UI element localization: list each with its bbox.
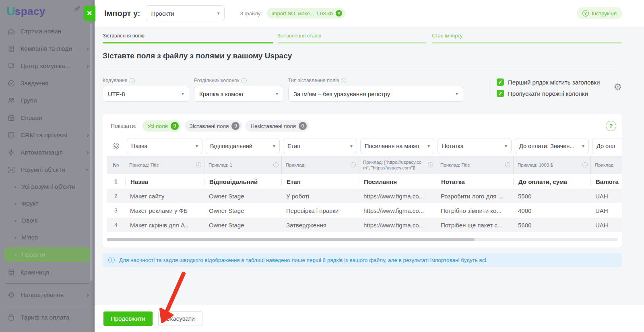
close-button[interactable]: ✕ — [83, 6, 95, 21]
mapping-table: Назва▾ Відповідальний▾ Етап▾ Посилання н… — [103, 136, 622, 232]
chat-icon — [7, 62, 15, 70]
auto-match-icon[interactable] — [107, 142, 125, 151]
encoding-group: Кодуванняi UTF-8 ▾ — [103, 78, 189, 102]
sidebar: Uspacy Стрічка новин Компанія та люди › … — [0, 0, 95, 332]
checkbox-checked-icon: ✓ — [497, 78, 504, 86]
step-progress-bar — [432, 42, 622, 43]
field-select-payment-value[interactable]: До оплати: Значен...▾ — [515, 138, 589, 154]
first-row-headers-checkbox[interactable]: ✓ Перший рядок містить заголовки — [497, 78, 600, 86]
sidebar-item-company[interactable]: Компанія та люди › — [0, 40, 95, 57]
sidebar-item-groups[interactable]: Групи — [0, 92, 95, 109]
chevron-down-icon: ▾ — [276, 91, 278, 97]
step-field-mapping[interactable]: Зіставлення полів — [103, 33, 273, 43]
info-icon[interactable]: i — [196, 162, 201, 167]
field-select-note[interactable]: Нотатка▾ — [438, 138, 512, 154]
home-icon — [7, 27, 15, 35]
sidebar-subitem-projects-active[interactable]: • Проєкти — [4, 247, 91, 262]
file-label: З файлу: — [240, 10, 262, 16]
sidebar-subitem-vegetables[interactable]: • Овочі — [0, 212, 95, 229]
chevron-right-icon: › — [87, 149, 89, 156]
remove-file-icon[interactable]: ✕ — [336, 10, 342, 16]
sidebar-item-crm[interactable]: CRM та продажі › — [0, 126, 95, 144]
chevron-right-icon: › — [87, 45, 89, 52]
field-select-stage[interactable]: Етап▾ — [283, 138, 357, 154]
cancel-button[interactable]: Скасувати — [158, 311, 202, 326]
pin-icon[interactable] — [74, 5, 81, 14]
logo-text: spacy — [15, 5, 45, 18]
chevron-down-icon: ▾ — [196, 143, 198, 149]
sidebar-subitem-meat[interactable]: • М'ясо — [0, 229, 95, 246]
table-row: 4 Макет скрінів для A... Owner Stage Зат… — [107, 218, 622, 232]
wallet-icon — [7, 313, 15, 322]
table-settings-gear-icon[interactable]: ⚙ — [613, 82, 622, 92]
sidebar-item-tasks[interactable]: Завдання — [0, 74, 95, 92]
match-type-select[interactable]: За ім'ям – без урахування регістру ▾ — [288, 86, 463, 102]
bullet-icon: • — [14, 217, 17, 224]
sidebar-item-automation[interactable]: Автоматизація › — [0, 144, 95, 161]
chevron-down-icon: ▾ — [217, 10, 219, 16]
step-import-status[interactable]: Стан імпорту — [432, 33, 622, 43]
sidebar-item-smart-objects[interactable]: Розумні об'єкти › — [0, 161, 95, 178]
import-options: ✓ Перший рядок містить заголовки ✓ Пропу… — [489, 78, 600, 97]
horizontal-scrollbar[interactable] — [107, 238, 618, 241]
info-icon: i — [242, 78, 247, 83]
info-icon[interactable]: i — [428, 162, 433, 167]
company-icon — [7, 45, 15, 53]
chevron-down-icon: ▾ — [182, 91, 184, 97]
divider — [6, 306, 89, 306]
chevron-right-icon: › — [87, 132, 89, 138]
gear-icon: ⚙ — [7, 291, 15, 299]
field-select-responsible[interactable]: Відповідальний▾ — [206, 138, 280, 154]
divider — [6, 283, 89, 284]
file-chip: import SO. маке... 1.03 kb ✕ — [267, 8, 345, 19]
sidebar-item-communication[interactable]: Центр комуніка... › — [0, 57, 95, 74]
sidebar-subitem-fruit[interactable]: • Фрукт — [0, 195, 95, 212]
sidebar-item-cases[interactable]: Справи — [0, 109, 95, 126]
continue-button[interactable]: Продовжити — [103, 311, 153, 326]
sidebar-scrollbar[interactable] — [90, 23, 93, 281]
help-icon[interactable]: ? — [606, 121, 616, 131]
modal-body: Зіставлення полів Зіставлення етапів Ста… — [95, 27, 644, 267]
section-heading: Зіставте поля з файлу з полями у вашому … — [103, 52, 622, 68]
field-select-link[interactable]: Посилання на макет▾ — [360, 138, 434, 154]
filter-all-fields[interactable]: Усі поля 9 — [142, 120, 181, 132]
filter-mapped-fields[interactable]: Зіставлені поля 9 — [185, 120, 242, 132]
field-select-row: Назва▾ Відповідальний▾ Етап▾ Посилання н… — [107, 136, 622, 156]
chevron-down-icon: ▾ — [427, 143, 430, 149]
import-settings: Кодуванняi UTF-8 ▾ Роздільник колонокi К… — [103, 78, 622, 102]
sidebar-subitem-all-smart-objects[interactable]: • Усі розумні об'єкти — [0, 178, 95, 195]
info-icon[interactable]: i — [505, 162, 510, 167]
field-select-payment-currency[interactable]: До опл▾ — [592, 138, 622, 154]
match-type-group: Тип зіставлення полівi За ім'ям – без ур… — [288, 78, 463, 102]
instruction-button[interactable]: ? Інструкція — [577, 7, 622, 19]
delimiter-select[interactable]: Крапка з комою ▾ — [194, 86, 283, 102]
skip-empty-columns-checkbox[interactable]: ✓ Пропускати порожні колонки — [497, 90, 600, 97]
bullet-icon: • — [14, 252, 17, 258]
filter-unmapped-fields[interactable]: Незіставлені поля 0 — [246, 120, 309, 132]
scrollbar-thumb[interactable] — [107, 238, 475, 241]
info-icon[interactable]: i — [273, 162, 279, 167]
sidebar-item-shop[interactable]: Крамниця — [0, 264, 95, 281]
sidebar-item-settings[interactable]: ⚙ Налаштування › — [0, 286, 95, 303]
info-icon[interactable]: i — [582, 162, 588, 167]
close-icon: ✕ — [87, 9, 92, 18]
field-select-name[interactable]: Назва▾ — [127, 138, 202, 154]
lightning-icon — [7, 148, 15, 157]
step-progress-bar — [277, 42, 427, 43]
database-icon — [7, 131, 15, 139]
sidebar-item-newsfeed[interactable]: Стрічка новин — [0, 23, 95, 40]
modal-footer: Продовжити Скасувати — [95, 305, 644, 332]
encoding-select[interactable]: UTF-8 ▾ — [103, 86, 189, 102]
wizard-steps: Зіставлення полів Зіставлення етапів Ста… — [103, 33, 622, 43]
import-target-select[interactable]: Проєкти ▾ — [146, 5, 225, 21]
row-number-header: № — [107, 156, 125, 174]
count-badge: 9 — [171, 122, 179, 130]
info-icon[interactable]: i — [351, 162, 356, 167]
logo-u: U — [6, 4, 15, 18]
step-stage-mapping[interactable]: Зіставлення етапів — [277, 33, 427, 43]
app-window: Uspacy Стрічка новин Компанія та люди › … — [0, 0, 644, 332]
sidebar-item-tariff[interactable]: Тариф та оплата — [0, 309, 95, 326]
import-modal: Імпорт у: Проєкти ▾ З файлу: import SO. … — [95, 0, 644, 332]
count-badge: 9 — [231, 122, 239, 130]
chevron-right-icon: › — [87, 291, 89, 298]
